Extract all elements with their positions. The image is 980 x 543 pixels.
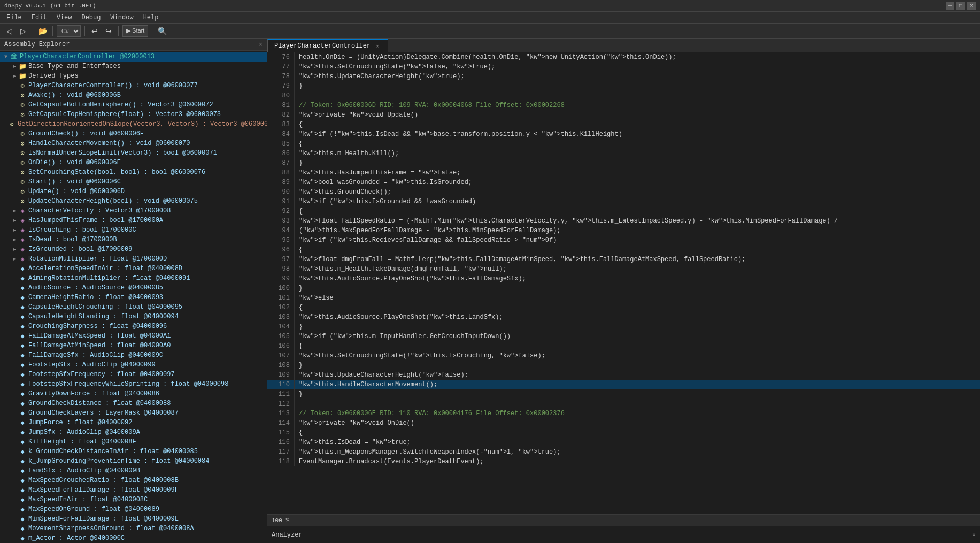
list-item[interactable]: ⚙ Awake() : void @0600006B	[0, 90, 267, 100]
list-item[interactable]: ⚙ Update() : void @0600006D	[0, 187, 267, 196]
forward-button[interactable]: ▷	[17, 25, 29, 37]
line-number: 98	[267, 264, 294, 274]
list-item[interactable]: ◆ k_JumpGroundingPreventionTime : float …	[0, 456, 267, 466]
tree-expander[interactable]: ▶	[11, 246, 18, 253]
code-line: "kw">this.HandleCharacterMovement();	[294, 380, 980, 389]
menu-item-debug[interactable]: Debug	[77, 13, 105, 22]
list-item[interactable]: ◆ FootstepSfx : AudioClip @04000099	[0, 360, 267, 370]
tree-expander-empty	[11, 457, 18, 465]
language-select[interactable]: C# IL	[57, 25, 81, 37]
list-item[interactable]: ⚙ GroundCheck() : void @0600006F	[0, 129, 267, 139]
assembly-explorer-close[interactable]: ×	[259, 41, 263, 48]
list-item[interactable]: ◆ JumpSfx : AudioClip @0400009A	[0, 427, 267, 437]
maximize-button[interactable]: □	[956, 2, 965, 10]
list-item[interactable]: ◆ m_Actor : Actor @0400000C	[0, 533, 267, 543]
start-button[interactable]: ▶ Start	[122, 25, 148, 37]
list-item[interactable]: ◆ GroundCheckDistance : float @04000088	[0, 399, 267, 408]
table-row: 99 "kw">this.AudioSource.PlayOneShot("kw…	[267, 274, 980, 284]
list-item[interactable]: ◆ MaxSpeedInAir : float @0400008C	[0, 495, 267, 504]
tree-expander[interactable]: ▶	[11, 236, 18, 243]
tree-expander-empty	[0, 120, 7, 128]
list-item[interactable]: ◆ FootstepSfxFrequency : float @04000097	[0, 370, 267, 379]
list-item[interactable]: ▶ ◈ RotationMultiplier : float @1700000D	[0, 254, 267, 264]
table-row: 114 "kw">private "kw">void OnDie()	[267, 418, 980, 428]
list-item[interactable]: ◆ CapsuleHeightCrouching : float @040000…	[0, 302, 267, 312]
menu-item-view[interactable]: View	[52, 13, 76, 22]
list-item[interactable]: ⚙ GetCapsuleTopHemisphere(float) : Vecto…	[0, 110, 267, 119]
tree-expander[interactable]: ▶	[11, 217, 18, 224]
list-item[interactable]: ⚙ GetDirectionReorientedOnSlope(Vector3,…	[0, 119, 267, 129]
tree-root-node[interactable]: ▼ 🏛 PlayerCharacterController @02000013	[0, 52, 267, 62]
menu-item-edit[interactable]: Edit	[27, 13, 51, 22]
line-number: 101	[267, 293, 294, 303]
method-icon: ⚙	[18, 158, 27, 167]
field-icon: ◆	[18, 495, 27, 504]
list-item[interactable]: ◆ FallDamageAtMaxSpeed : float @04000A1	[0, 331, 267, 341]
list-item[interactable]: ◆ LandSfx : AudioClip @0400009B	[0, 466, 267, 476]
list-item[interactable]: ⚙ Start() : void @0600006C	[0, 177, 267, 187]
tree-expander[interactable]: ▶	[11, 226, 18, 234]
list-item[interactable]: ◆ MaxSpeedForFallDamage : float @0400009…	[0, 485, 267, 495]
list-item[interactable]: ◆ MinSpeedForFallDamage : float @0400009…	[0, 514, 267, 524]
tree-expander[interactable]: ▶	[11, 72, 18, 80]
list-item[interactable]: ⚙ IsNormalUnderSlopeLimit(Vector3) : boo…	[0, 148, 267, 158]
list-item[interactable]: ▶ ◈ CharacterVelocity : Vector3 @1700000…	[0, 206, 267, 216]
code-line: "kw">this.m_WeaponsManager.SwitchToWeapo…	[294, 447, 980, 457]
undo-button[interactable]: ↩	[89, 25, 101, 37]
redo-button[interactable]: ↪	[103, 25, 114, 37]
list-item[interactable]: ◆ AccelerationSpeedInAir : float @040000…	[0, 264, 267, 273]
list-item[interactable]: ▶ 📁 Derived Types	[0, 71, 267, 81]
list-item[interactable]: ◆ CrouchingSharpness : float @04000096	[0, 322, 267, 331]
field-icon: ◆	[18, 399, 27, 408]
list-item[interactable]: ⚙ PlayerCharacterController() : void @06…	[0, 81, 267, 90]
list-item[interactable]: ◆ FallDamageAtMinSpeed : float @04000A0	[0, 341, 267, 350]
minimize-button[interactable]: ─	[946, 2, 954, 10]
list-item[interactable]: ▶ ◈ IsDead : bool @1700000B	[0, 235, 267, 244]
list-item[interactable]: ⚙ UpdateCharacterHeight(bool) : void @06…	[0, 196, 267, 206]
close-button[interactable]: ×	[967, 2, 976, 10]
list-item[interactable]: ◆ GravityDownForce : float @04000086	[0, 389, 267, 399]
code-editor[interactable]: 76health.OnDie = (UnityAction)Delegate.C…	[267, 52, 980, 514]
list-item[interactable]: ▶ 📁 Base Type and Interfaces	[0, 62, 267, 71]
list-item[interactable]: ⚙ HandleCharacterMovement() : void @0600…	[0, 139, 267, 148]
list-item[interactable]: ◆ k_GroundCheckDistanceInAir : float @04…	[0, 447, 267, 456]
search-button[interactable]: 🔍	[156, 25, 168, 37]
list-item[interactable]: ⚙ GetCapsuleBottomHemisphere() : Vector3…	[0, 100, 267, 110]
list-item[interactable]: ▶ ◈ HasJumpedThisFrame : bool @1700000A	[0, 216, 267, 225]
field-icon: ◆	[18, 264, 27, 273]
tree-expander[interactable]: ▶	[11, 207, 18, 215]
list-item[interactable]: ◆ KillHeight : float @0400008F	[0, 437, 267, 447]
list-item[interactable]: ◆ AudioSource : AudioSource @04000085	[0, 283, 267, 293]
menu-item-help[interactable]: Help	[139, 13, 163, 22]
tab-close-button[interactable]: ×	[374, 42, 381, 50]
list-item[interactable]: ◆ GroundCheckLayers : LayerMask @0400008…	[0, 408, 267, 418]
back-button[interactable]: ◁	[3, 25, 15, 37]
list-item[interactable]: ⚙ SetCrouchingState(bool, bool) : bool @…	[0, 167, 267, 177]
list-item[interactable]: ◆ MaxSpeedOnGround : float @04000089	[0, 504, 267, 514]
menu-item-window[interactable]: Window	[106, 13, 137, 22]
tree-expander[interactable]: ▶	[11, 255, 18, 263]
tree-label: MovementSharpnessOnGround : float @04000…	[28, 525, 194, 532]
tree-label: CapsuleHeightCrouching : float @04000095	[28, 303, 182, 311]
list-item[interactable]: ◆ FootstepSfxFrequencyWhileSprinting : f…	[0, 379, 267, 389]
field-icon: ◆	[18, 351, 27, 360]
tab-player-character-controller[interactable]: PlayerCharacterController ×	[267, 39, 388, 52]
open-button[interactable]: 📂	[37, 25, 49, 37]
tree-expander[interactable]: ▶	[11, 63, 18, 70]
list-item[interactable]: ◆ CameraHeightRatio : float @04000093	[0, 293, 267, 302]
analyzer-close-button[interactable]: ×	[972, 531, 976, 539]
list-item[interactable]: ◆ CapsuleHeightStanding : float @0400009…	[0, 312, 267, 322]
list-item[interactable]: ◆ AimingRotationMultiplier : float @0400…	[0, 273, 267, 283]
list-item[interactable]: ◆ JumpForce : float @04000092	[0, 418, 267, 427]
list-item[interactable]: ▶ ◈ IsGrounded : bool @17000009	[0, 244, 267, 254]
list-item[interactable]: ▶ ◈ IsCrouching : bool @1700000C	[0, 225, 267, 235]
list-item[interactable]: ◆ MaxSpeedCrouchedRatio : float @0400008…	[0, 476, 267, 485]
property-icon: ◈	[18, 226, 27, 234]
list-item[interactable]: ⚙ OnDie() : void @0600006E	[0, 158, 267, 167]
tree-expander-root[interactable]: ▼	[2, 53, 10, 60]
list-item[interactable]: ◆ MovementSharpnessOnGround : float @040…	[0, 524, 267, 533]
tree-view[interactable]: ▼ 🏛 PlayerCharacterController @02000013 …	[0, 51, 267, 543]
list-item[interactable]: ◆ FallDamageSfx : AudioClip @0400009C	[0, 350, 267, 360]
menu-item-file[interactable]: File	[2, 13, 26, 22]
tree-label: IsGrounded : bool @17000009	[28, 246, 132, 253]
